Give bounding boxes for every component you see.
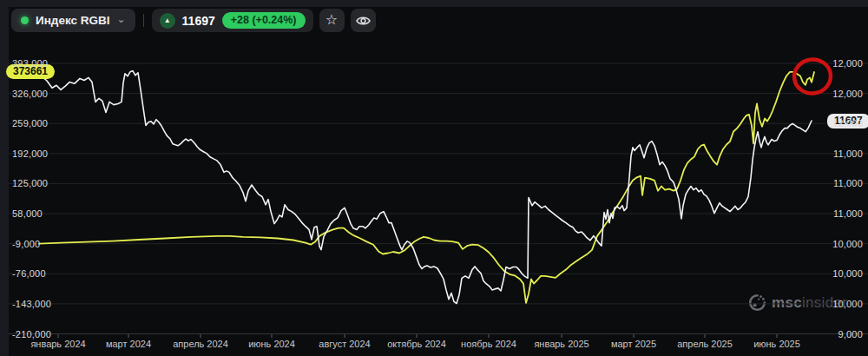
left-axis-label: 326,000 (12, 89, 48, 99)
x-axis-label: июнь 2025 (738, 339, 816, 350)
right-axis-label: 12,000 (832, 58, 863, 69)
x-axis-label: июнь 2024 (233, 339, 311, 350)
right-axis-label: 9,000 (838, 329, 863, 340)
trend-up-icon: ▲ (160, 13, 175, 29)
chart-canvas (0, 0, 868, 356)
x-axis-label: ноябрь 2024 (450, 339, 528, 350)
instrument-color-dot (21, 16, 29, 24)
change-badge: +28 (+0.24%) (222, 12, 306, 29)
x-axis-label: апрель 2025 (666, 339, 744, 350)
quote-pill: ▲ 11697 +28 (+0.24%) (152, 9, 313, 32)
left-axis-label: 58,000 (12, 208, 43, 219)
right-axis-label: 10,000 (832, 239, 863, 249)
left-axis-label: -9,000 (12, 239, 40, 249)
series-white-line (42, 71, 812, 304)
x-axis-label: август 2024 (306, 339, 384, 350)
chart-panel: mscinsider 373661 11697 393,000326,00025… (9, 7, 868, 356)
right-axis-label: 11,000 (833, 208, 863, 219)
chart-header: Индекс RGBI ⌄ ▲ 11697 +28 (+0.24%) ☆ (11, 9, 376, 32)
left-axis-label: 259,000 (12, 118, 48, 129)
left-axis-label: -210,000 (12, 329, 51, 340)
x-axis-label: октябрь 2024 (378, 339, 456, 350)
header-divider (143, 14, 144, 27)
right-axis-label: 11,000 (833, 148, 863, 159)
favorite-button[interactable]: ☆ (319, 9, 345, 32)
symbol-label: Индекс RGBI (36, 14, 110, 27)
left-axis-label: 125,000 (12, 178, 48, 188)
left-axis-label: -143,000 (12, 299, 51, 309)
right-axis-label: 12,000 (832, 89, 863, 99)
x-axis-label: январь 2025 (523, 339, 601, 350)
x-axis-label: март 2025 (595, 339, 673, 350)
x-axis-ticks (58, 334, 851, 338)
x-axis-label: январь 2024 (19, 339, 97, 350)
left-axis-label: -76,000 (12, 268, 46, 279)
right-axis-label: 10,000 (832, 268, 863, 279)
x-axis-label: март 2024 (89, 339, 168, 350)
star-icon: ☆ (326, 13, 338, 27)
series-yellow-line (39, 72, 814, 303)
eye-icon (356, 15, 371, 27)
right-axis-label: 10,000 (832, 299, 863, 309)
gridlines (9, 63, 868, 334)
symbol-selector[interactable]: Индекс RGBI ⌄ (11, 9, 135, 32)
right-axis-label: 12,000 (832, 118, 863, 129)
watchlist-visibility-button[interactable] (351, 9, 376, 32)
left-axis-label: 393,000 (12, 58, 48, 69)
chevron-down-icon: ⌄ (117, 13, 126, 25)
quote-value: 11697 (182, 14, 215, 28)
x-axis-label: апрель 2024 (161, 339, 240, 350)
left-axis-label: 192,000 (12, 148, 48, 159)
right-axis-label: 11,000 (833, 178, 863, 188)
